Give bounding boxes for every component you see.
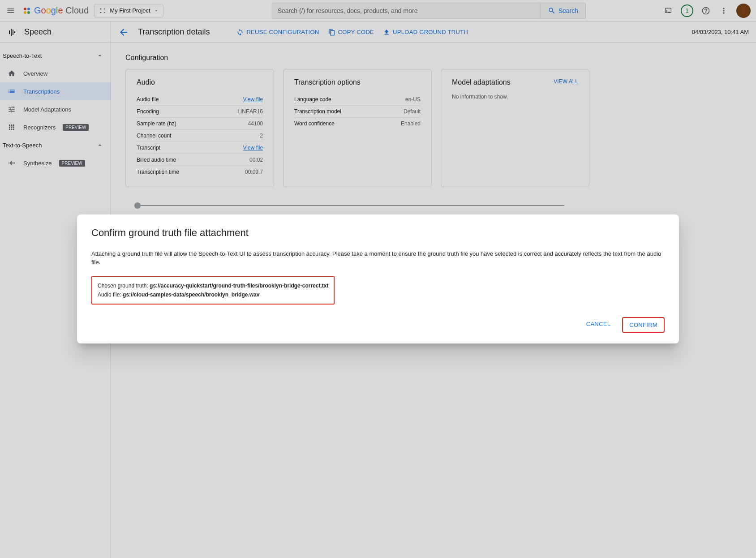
modal-backdrop[interactable]: Confirm ground truth file attachment Att… <box>0 0 756 558</box>
ground-truth-path: gs://accuracy-quickstart/ground-truth-fi… <box>150 283 328 289</box>
cancel-button[interactable]: CANCEL <box>580 317 617 333</box>
confirm-button[interactable]: CONFIRM <box>622 317 665 333</box>
modal-body: Attaching a ground truth file will allow… <box>91 249 665 267</box>
file-info-box: Chosen ground truth: gs://accuracy-quick… <box>91 276 335 305</box>
audio-file-path: gs://cloud-samples-data/speech/brooklyn_… <box>123 292 259 298</box>
confirm-modal: Confirm ground truth file attachment Att… <box>77 215 679 344</box>
modal-title: Confirm ground truth file attachment <box>91 227 665 239</box>
